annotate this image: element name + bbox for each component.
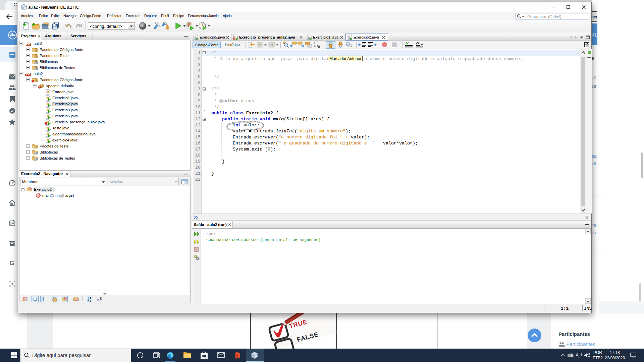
svg-text:Z: Z [90,299,91,302]
